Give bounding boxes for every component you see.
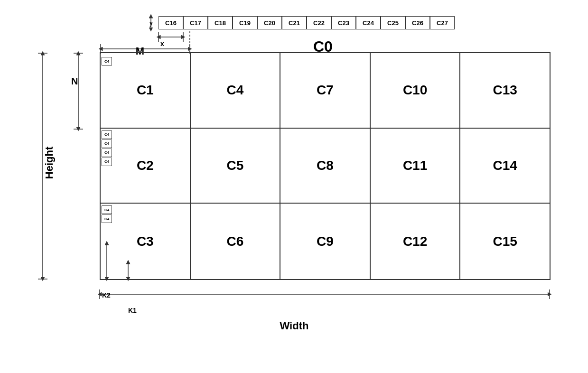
cell-c10: C10	[371, 53, 461, 128]
top-strip-cells: C16C17C18C19C20C21C22C23C24C25C26C27	[159, 16, 455, 29]
cell-c4-label: C4	[226, 83, 243, 98]
cell-c8-label: C8	[317, 158, 334, 173]
cell-c2: C4 C4 C4 C4 C2	[101, 129, 191, 203]
cell-c3: C4 C4 C3	[101, 204, 191, 279]
cell-c10-label: C10	[403, 83, 427, 98]
strip-cell-c21: C21	[282, 16, 307, 29]
small-box-c4-r1d: C4	[102, 158, 112, 166]
cell-c14: C14	[460, 129, 550, 203]
small-box-c4-r2b: C4	[102, 214, 112, 223]
cell-c1-label: C1	[137, 83, 154, 98]
cell-c12-label: C12	[403, 234, 427, 249]
cell-c1: C4 C1	[101, 53, 191, 128]
height-label: Height	[43, 147, 56, 179]
cell-c8: C8	[280, 129, 371, 203]
cell-c13: C13	[460, 53, 550, 128]
cell-c7-label: C7	[317, 83, 334, 98]
main-grid: C4 C1 C4 C7 C10 C13 C4 C4 C4 C4 C2 C5 C8	[100, 52, 551, 280]
cell-c3-label: C3	[137, 234, 154, 249]
strip-cell-c17: C17	[183, 16, 208, 29]
cell-c5: C5	[191, 129, 281, 203]
strip-cell-c27: C27	[430, 16, 455, 29]
small-box-c4-r1b: C4	[102, 140, 112, 148]
cell-c15-label: C15	[493, 234, 517, 249]
strip-cell-c22: C22	[307, 16, 331, 29]
grid-row-1: C4 C4 C4 C4 C2 C5 C8 C11 C14	[101, 129, 550, 204]
cell-c11-label: C11	[403, 158, 427, 173]
y-dim-label: y	[149, 20, 153, 27]
cell-c2-label: C2	[137, 158, 154, 173]
strip-cell-c26: C26	[405, 16, 430, 29]
width-label: Width	[28, 320, 560, 332]
cell-c7: C7	[280, 53, 371, 128]
n-label: N	[71, 76, 78, 87]
grid-row-0: C4 C1 C4 C7 C10 C13	[101, 53, 550, 129]
k2-label: K2	[102, 291, 111, 299]
strip-cell-c16: C16	[159, 16, 183, 29]
cell-c9-label: C9	[317, 234, 334, 249]
cell-c6: C6	[191, 204, 281, 279]
cell-c15: C15	[460, 204, 550, 279]
strip-cell-c18: C18	[208, 16, 233, 29]
grid-row-2: C4 C4 C3 C6 C9 C12 C15	[101, 204, 550, 279]
cell-c12: C12	[371, 204, 461, 279]
k1-label: K1	[128, 307, 137, 314]
strip-cell-c20: C20	[257, 16, 282, 29]
cell-c14-label: C14	[493, 158, 517, 173]
cell-c6-label: C6	[226, 234, 243, 249]
diagram-container: Height C16C17C18C19C20C21C22C23C24C25C26…	[28, 14, 560, 346]
cell-c9: C9	[280, 204, 371, 279]
small-box-c4-r1a: C4	[102, 131, 112, 139]
strip-cell-c19: C19	[233, 16, 257, 29]
cell-c11: C11	[371, 129, 461, 203]
strip-cell-c24: C24	[356, 16, 381, 29]
strip-cell-c25: C25	[381, 16, 405, 29]
cell-c4: C4	[191, 53, 281, 128]
small-box-c4-r1c: C4	[102, 149, 112, 157]
top-strip: C16C17C18C19C20C21C22C23C24C25C26C27	[159, 16, 455, 29]
cell-c5-label: C5	[226, 158, 243, 173]
cell-c13-label: C13	[493, 83, 517, 98]
strip-cell-c23: C23	[331, 16, 356, 29]
small-box-c4-r2a: C4	[102, 205, 112, 214]
small-box-c4-r0: C4	[102, 57, 112, 65]
